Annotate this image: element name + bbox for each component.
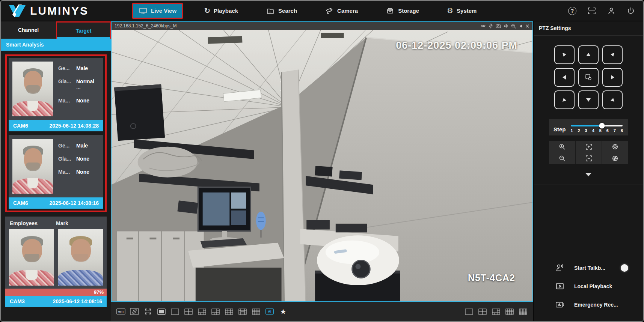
luminys-logo-icon: [8, 5, 26, 17]
camera-name: CAM3: [10, 298, 25, 304]
ptz-panel-title: PTZ Settings: [534, 21, 643, 36]
recognition-match-card[interactable]: Employees Mark: [5, 217, 107, 307]
layout-4-icon[interactable]: [184, 308, 193, 315]
zoom-out-icon[interactable]: [549, 152, 575, 164]
up-arrow-icon[interactable]: [578, 45, 599, 64]
database-label: Employees: [10, 220, 56, 226]
tab-target[interactable]: Target: [56, 21, 111, 39]
up-right-arrow-icon[interactable]: [602, 45, 623, 64]
top-navigation-bar: LUMINYS Live View ↻ Playback Search: [1, 1, 643, 21]
mic-icon[interactable]: [489, 24, 493, 29]
nav-camera[interactable]: Camera: [318, 3, 364, 19]
talkback-icon: [555, 264, 564, 272]
sidebar-tabs: Channel Target: [1, 21, 111, 39]
layout-8-icon[interactable]: [211, 308, 220, 315]
nav-label: Storage: [398, 8, 419, 14]
layout-13-icon[interactable]: [238, 308, 247, 315]
chevron-down-icon[interactable]: [585, 173, 591, 176]
down-right-arrow-icon[interactable]: [602, 90, 623, 109]
stream-mode-icon[interactable]: [519, 24, 523, 28]
layout-6-icon[interactable]: [198, 308, 207, 315]
layout-16-icon[interactable]: [505, 308, 514, 315]
step-slider[interactable]: [571, 125, 623, 126]
layout-25-icon[interactable]: [519, 308, 528, 315]
captured-face-photo[interactable]: [9, 229, 54, 286]
smart-analysis-header[interactable]: Smart Analysis: [1, 39, 111, 51]
selected-video-cell[interactable]: 192.168.1.152_6_2460kbps_M: [111, 21, 533, 302]
step-label: Step: [554, 126, 566, 132]
step-scale: 1 2 3 4 5 6 7 8: [570, 128, 623, 133]
ai-icon[interactable]: AI: [265, 308, 274, 315]
utility-icons: ?: [567, 6, 636, 16]
help-icon[interactable]: ?: [567, 6, 577, 16]
power-icon[interactable]: [626, 6, 636, 16]
iris-open-icon[interactable]: [602, 141, 628, 152]
svg-text:W:H: W:H: [118, 311, 124, 313]
toolbar-left-group: W:H: [116, 308, 288, 315]
detection-footer: CAM6 2025-06-12 14:08:16: [9, 197, 103, 209]
attribute-row: Ma... None: [58, 98, 100, 104]
folder-icon: [266, 7, 275, 15]
detection-footer: CAM6 2025-06-12 14:08:28: [9, 120, 103, 131]
detected-face-photo[interactable]: [12, 139, 53, 194]
nav-storage[interactable]: Storage: [379, 3, 425, 19]
tab-channel[interactable]: Channel: [1, 21, 56, 39]
ptz-panel: PTZ Settings: [533, 21, 643, 321]
detection-timestamp: 2025-06-12 14:08:16: [53, 298, 102, 304]
video-toolbar: W:H: [111, 302, 533, 321]
action-label: Emergency Rec...: [574, 302, 618, 308]
detected-face-photo[interactable]: [12, 62, 53, 116]
layout-9-icon[interactable]: [225, 308, 234, 315]
stream-quality-icon[interactable]: [130, 308, 139, 315]
brand-name: LUMINYS: [30, 5, 89, 17]
up-left-arrow-icon[interactable]: [554, 45, 575, 64]
emergency-record-button[interactable]: Emergency Rec...: [555, 301, 628, 308]
video-area: 192.168.1.152_6_2460kbps_M: [111, 21, 533, 321]
step-slider-handle[interactable]: [599, 123, 605, 129]
local-playback-button[interactable]: Local Playback: [555, 283, 628, 290]
scan-icon[interactable]: [587, 6, 597, 16]
nav-playback[interactable]: ↻ Playback: [198, 3, 244, 18]
camera-name: CAM6: [13, 123, 28, 129]
camera-name-overlay: N5T-4CA2: [468, 272, 515, 283]
layout-16-icon[interactable]: [252, 308, 261, 315]
user-icon[interactable]: [606, 6, 616, 16]
start-talkback-button[interactable]: Start Talkb...: [555, 264, 628, 272]
nav-system[interactable]: ⚙ System: [440, 3, 483, 18]
detection-card[interactable]: Ge... Male Gla... None Ma... None: [9, 135, 103, 209]
live-video-view[interactable]: 06-12-2025 02:09:06 PM N5T-4CA2: [112, 30, 532, 301]
brand-logo: LUMINYS: [8, 5, 132, 17]
iris-close-icon[interactable]: [602, 152, 628, 164]
similarity-bar: 97%: [5, 289, 107, 296]
down-left-arrow-icon[interactable]: [554, 90, 575, 109]
snapshot-icon[interactable]: [496, 24, 501, 28]
nav-live-view[interactable]: Live View: [132, 3, 183, 19]
stream-icon[interactable]: [481, 24, 486, 28]
zoom-in-icon[interactable]: [549, 141, 575, 152]
nav-search[interactable]: Search: [259, 3, 303, 19]
layout-1-icon[interactable]: [465, 308, 474, 315]
layout-8-icon[interactable]: [492, 308, 501, 315]
left-arrow-icon[interactable]: [554, 68, 575, 87]
left-sidebar: Channel Target Smart Analysis: [1, 21, 111, 321]
focus-far-icon[interactable]: [575, 141, 602, 152]
close-icon[interactable]: [525, 24, 529, 28]
layout-1-icon[interactable]: [170, 308, 179, 315]
nav-label: Playback: [214, 8, 238, 14]
single-view-filled-icon[interactable]: [157, 308, 166, 315]
down-arrow-icon[interactable]: [578, 90, 599, 109]
attribute-row: Ge... Male: [58, 143, 100, 149]
favorite-star-icon[interactable]: ★: [279, 308, 288, 315]
match-name: Mark: [56, 220, 102, 226]
fullscreen-icon[interactable]: [143, 308, 152, 315]
aspect-ratio-icon[interactable]: W:H: [116, 308, 125, 315]
detection-card[interactable]: Ge... Male Gla... Normal ... Ma... None: [9, 58, 103, 131]
3d-position-icon[interactable]: [578, 68, 599, 87]
database-face-photo[interactable]: [58, 229, 103, 286]
right-arrow-icon[interactable]: [602, 68, 623, 87]
talkback-toggle[interactable]: [621, 264, 628, 272]
layout-4-icon[interactable]: [478, 308, 487, 315]
audio-icon[interactable]: [504, 24, 508, 28]
digital-zoom-icon[interactable]: [511, 24, 516, 29]
focus-near-icon[interactable]: [575, 152, 602, 164]
